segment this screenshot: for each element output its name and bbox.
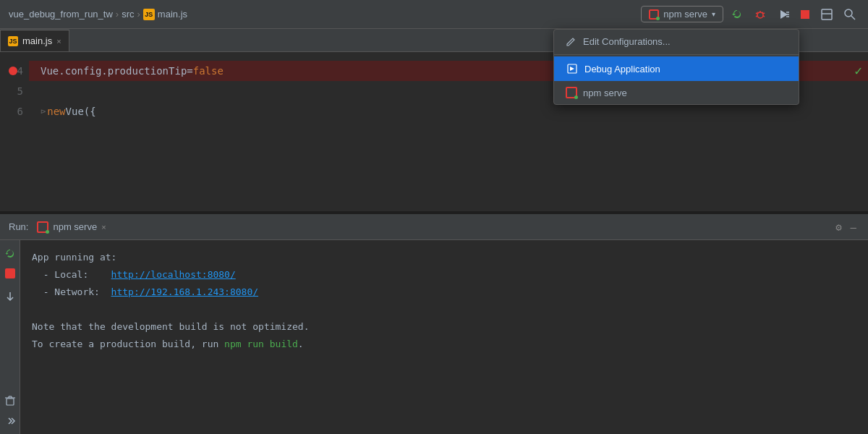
run-label: Run: <box>9 221 28 232</box>
run-tab-npm-icon <box>37 221 48 233</box>
svg-line-16 <box>851 16 855 20</box>
svg-line-5 <box>763 16 765 17</box>
breadcrumb-sep-2: › <box>137 9 140 20</box>
run-panel-header: Run: npm serve × ⚙ — <box>0 214 868 240</box>
main-toolbar: vue_debug_from_run_tw › src › JS main.js… <box>0 0 868 29</box>
breadcrumb-src[interactable]: src <box>122 9 134 20</box>
run-tab-npm-serve[interactable]: npm serve × <box>37 221 106 233</box>
run-panel-actions: ⚙ — <box>833 220 859 234</box>
settings-icon[interactable]: ⚙ <box>833 220 844 234</box>
breadcrumb-project[interactable]: vue_debug_from_run_tw <box>9 9 113 20</box>
run-panel-body: App running at: - Local: http://localhos… <box>0 240 868 434</box>
trash-icon[interactable] <box>3 393 17 408</box>
dropdown-debug-app[interactable]: Debug Application <box>554 56 799 81</box>
code-prod-tip: productionTip <box>108 61 187 81</box>
scroll-svg-icon <box>4 291 16 302</box>
rerun-icon[interactable] <box>3 246 17 260</box>
svg-rect-13 <box>822 9 832 20</box>
run-config-dropdown: Edit Configurations... Debug Application… <box>553 29 799 105</box>
npm-run-build-text: npm run build <box>224 339 298 349</box>
search-button[interactable] <box>841 7 859 22</box>
svg-line-7 <box>762 12 763 13</box>
expand-svg-icon <box>4 415 16 427</box>
dropdown-edit-configs[interactable]: Edit Configurations... <box>554 30 799 53</box>
line-num-5: 5 <box>9 81 23 101</box>
svg-point-15 <box>845 9 852 17</box>
tab-js-icon: JS <box>8 36 18 46</box>
breadcrumb: vue_debug_from_run_tw › src › JS main.js <box>9 9 641 20</box>
console-line-2: - Local: http://localhost:8080/ <box>32 266 856 284</box>
svg-rect-20 <box>7 399 14 405</box>
stop-button[interactable] <box>797 8 813 21</box>
chevron-down-icon: ▾ <box>712 10 715 18</box>
breadcrumb-file[interactable]: main.js <box>158 9 187 20</box>
dropdown-npm-serve[interactable]: npm serve <box>554 81 799 104</box>
run-panel: Run: npm serve × ⚙ — <box>0 214 868 434</box>
expand-icon[interactable] <box>3 414 17 428</box>
refresh-button[interactable] <box>728 7 746 22</box>
search-icon <box>843 8 856 21</box>
svg-rect-12 <box>801 10 809 19</box>
line-numbers: 4 5 6 <box>0 52 29 211</box>
run-config-button[interactable]: npm serve ▾ <box>641 6 723 22</box>
dropdown-npm-icon <box>566 87 577 98</box>
collapse-icon: ⊳ <box>41 101 46 122</box>
dropdown-debug-label: Debug Application <box>584 64 660 75</box>
code-new-kw: new <box>47 101 65 122</box>
svg-line-3 <box>763 13 765 14</box>
svg-line-6 <box>757 12 759 13</box>
bug-icon <box>754 8 767 21</box>
console-line-5: Note that the development build is not o… <box>32 318 856 336</box>
run-tab-label: npm serve <box>53 221 97 232</box>
dropdown-debug-icon <box>566 62 579 75</box>
svg-line-4 <box>756 16 757 17</box>
tab-filename: main.js <box>22 35 52 46</box>
tab-close-icon[interactable]: × <box>56 37 61 46</box>
minimize-icon[interactable]: — <box>848 220 859 234</box>
svg-line-2 <box>756 13 757 14</box>
scroll-down-icon[interactable] <box>3 289 17 304</box>
line-num-6: 6 <box>9 101 23 122</box>
tab-main-js[interactable]: JS main.js × <box>0 30 69 51</box>
debug-app-icon <box>566 63 578 75</box>
console-line-6: To create a production build, run npm ru… <box>32 336 856 353</box>
layout-icon <box>820 8 833 21</box>
checkmark-icon: ✓ <box>854 61 862 81</box>
edit-configs-icon <box>566 35 577 47</box>
breadcrumb-sep-1: › <box>116 9 119 20</box>
local-url-link[interactable]: http://localhost:8080/ <box>111 269 236 280</box>
rerun-svg-icon <box>4 247 16 259</box>
code-prop: config <box>65 61 102 81</box>
dropdown-edit-label: Edit Configurations... <box>583 36 671 47</box>
console-output: App running at: - Local: http://localhos… <box>20 240 868 434</box>
refresh-icon <box>731 8 744 21</box>
stop-square-icon <box>5 268 15 278</box>
console-line-4 <box>32 301 856 318</box>
breakpoint-dot[interactable] <box>9 67 17 75</box>
stop-icon <box>800 9 810 20</box>
code-object: Vue <box>41 61 59 81</box>
console-line-1: App running at: <box>32 249 856 266</box>
layout-button[interactable] <box>817 7 836 22</box>
npm-run-icon <box>649 9 659 20</box>
console-line-3: - Network: http://192.168.1.243:8080/ <box>32 284 856 301</box>
run-config-label: npm serve <box>663 9 707 20</box>
run-sidebar <box>0 240 20 434</box>
run-with-coverage-icon <box>777 8 790 21</box>
stop-sidebar-icon[interactable] <box>3 266 17 281</box>
svg-marker-18 <box>570 67 574 71</box>
toolbar-right: npm serve ▾ <box>641 6 859 22</box>
js-icon: JS <box>143 9 155 20</box>
network-url-link[interactable]: http://192.168.1.243:8080/ <box>111 286 259 297</box>
debug-button[interactable] <box>751 7 770 22</box>
trash-svg-icon <box>4 395 16 407</box>
dropdown-npm-label: npm serve <box>583 88 627 98</box>
run-debug-button[interactable] <box>774 7 793 22</box>
code-dot: . <box>59 61 64 81</box>
dropdown-divider <box>554 54 799 55</box>
code-false-kw: false <box>193 61 224 81</box>
run-tab-close-icon[interactable]: × <box>101 223 106 231</box>
